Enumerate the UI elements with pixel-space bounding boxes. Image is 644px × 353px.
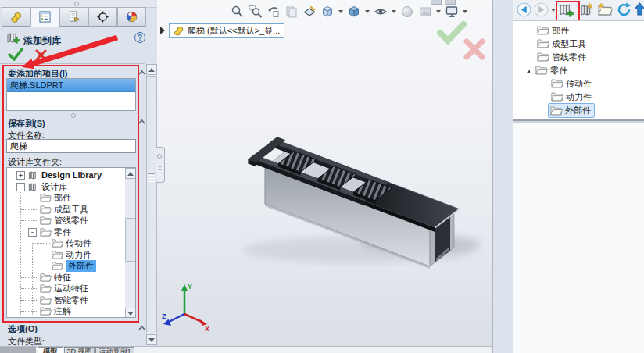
tab-scroll-buttons[interactable] [0,347,36,353]
panel-splitter-handle[interactable] [156,147,165,183]
view-orientation-icon[interactable] [320,5,335,19]
tree-row[interactable]: 注解 [7,305,131,317]
featuremanager-tab[interactable] [2,7,30,27]
tree-label[interactable]: 管线零件 [552,52,586,62]
previous-view-icon[interactable] [267,5,281,19]
expander-icon[interactable]: - [28,228,37,237]
ghost-x-icon[interactable] [463,37,486,61]
view-settings-icon[interactable] [445,5,459,19]
tree-row[interactable]: 零件 [526,64,567,77]
dropdown-caret-icon[interactable] [338,10,343,13]
panel-scrollbar[interactable] [146,64,157,345]
refresh-icon[interactable] [617,2,631,19]
tree-row[interactable]: 管线零件 [7,215,131,226]
tree-label[interactable]: 管线零件 [54,215,88,226]
dropdown-caret-icon[interactable] [463,10,467,13]
hide-show-items-icon[interactable] [374,5,388,19]
dimxpert-tab[interactable] [88,7,117,27]
tree-label[interactable]: 动力件 [566,92,592,102]
zoom-to-area-icon[interactable] [249,5,263,19]
tree-label[interactable]: 特征 [54,272,71,283]
tree-row[interactable]: 成型工具 [537,37,586,51]
collapse-chevron-icon[interactable] [138,325,145,331]
tree-row[interactable]: 传动件 [551,77,592,91]
window-restore-button[interactable] [431,0,442,5]
tree-row-selected[interactable]: 外部件 [548,103,595,116]
tree-label[interactable]: 动力件 [66,249,91,261]
group-splitter-dot[interactable] [71,113,76,118]
tree-label[interactable]: 外部件 [66,260,96,272]
back-icon[interactable] [517,2,531,19]
tab-motion-study[interactable]: 运动算例1 [95,347,134,353]
tree-row[interactable]: 部件 [537,24,569,37]
dropdown-caret-icon[interactable] [551,9,556,12]
file-name-input[interactable] [6,139,136,153]
graphics-viewport[interactable]: 爬梯 (默认<<默认>_显... [157,0,492,346]
flyout-featuremanager[interactable]: 爬梯 (默认<<默认>_显... [169,23,284,38]
tree-row[interactable]: - 设计库 [7,181,131,193]
section-view-icon[interactable] [302,5,317,19]
tree-label[interactable]: 智能零件 [54,294,88,306]
configurationmanager-tab[interactable] [59,7,88,27]
tree-row[interactable]: - 零件 [7,226,131,238]
pages-icon[interactable] [284,5,299,19]
tree-label[interactable]: 传动件 [566,79,592,88]
tree-label[interactable]: 部件 [552,26,569,35]
model-3d-ladder-part[interactable] [227,94,486,278]
flyout-expand-icon[interactable] [160,27,165,34]
items-listbox[interactable]: 爬梯.SLDPRT [6,78,136,111]
design-library-tree[interactable]: 部件 成型工具 管线零件 零件 传动件 动力件 外部件 [513,23,644,120]
tree-row-selected[interactable]: 外部件 [7,260,131,272]
tree-label[interactable]: 设计库 [41,181,67,193]
apply-scene-icon[interactable] [418,5,432,19]
expander-icon[interactable]: - [16,183,25,191]
dropdown-caret-icon[interactable] [392,10,396,13]
dropdown-caret-icon[interactable] [365,10,370,13]
tree-row[interactable]: 动力件 [7,249,131,261]
tree-row[interactable]: 成型工具 [7,204,131,216]
edit-appearance-icon[interactable] [400,5,414,19]
options-group-header[interactable]: 选项(O) [8,323,38,335]
move-up-icon[interactable] [634,2,644,17]
dropdown-caret-icon[interactable] [436,10,441,13]
list-item-selected[interactable]: 爬梯.SLDPRT [7,79,135,92]
zoom-to-fit-icon[interactable] [231,5,245,19]
display-style-icon[interactable] [347,5,361,19]
tree-label[interactable]: 注解 [54,305,71,317]
tree-label[interactable]: 部件 [54,192,71,204]
tree-row[interactable]: 智能零件 [7,294,131,306]
tree-row[interactable]: 动力件 [551,91,592,104]
tree-label[interactable]: 零件 [550,66,567,75]
tree-label[interactable]: 外部件 [565,104,591,117]
add-file-location-icon[interactable] [579,2,594,19]
tree-row[interactable]: 特征 [7,272,131,283]
tree-label[interactable]: 运动特征 [54,283,88,294]
tree-label[interactable]: Design Library [41,169,102,181]
tree-label[interactable]: 成型工具 [552,39,586,48]
collapse-chevron-icon[interactable] [138,70,145,76]
expanded-arrow-icon[interactable] [526,70,530,73]
tree-label[interactable]: 传动件 [66,237,91,249]
expander-icon[interactable]: + [16,171,25,180]
tree-row[interactable]: 传动件 [7,237,131,249]
library-folder-tree[interactable]: + Design Library - 设计库 部件 成型工具 管线零件 - 零 [6,167,136,318]
save-group-header[interactable]: 保存到(S) [8,118,45,130]
tree-scrollbar[interactable] [125,168,136,318]
tree-label[interactable]: 零件 [54,226,71,238]
propertymanager-tab[interactable] [30,7,59,27]
help-icon[interactable]: ? [134,32,145,43]
tree-row[interactable]: 运动特征 [7,283,131,294]
tab-model[interactable]: 模型 [38,347,63,353]
displaymanager-tab[interactable] [117,7,146,27]
tree-row[interactable]: + Design Library [7,169,131,181]
tree-label[interactable]: 成型工具 [54,204,88,216]
collapse-chevron-icon[interactable] [138,119,145,125]
forward-icon[interactable] [534,2,549,19]
tree-row[interactable]: 管线零件 [537,51,586,64]
add-to-library-button[interactable] [559,2,574,20]
create-new-folder-icon[interactable] [598,3,613,17]
splitter-dot [74,2,79,6]
tree-row[interactable]: 部件 [7,192,131,204]
window-close-button[interactable] [445,0,456,5]
tab-3d-views[interactable]: 3D 视图 [64,347,95,353]
